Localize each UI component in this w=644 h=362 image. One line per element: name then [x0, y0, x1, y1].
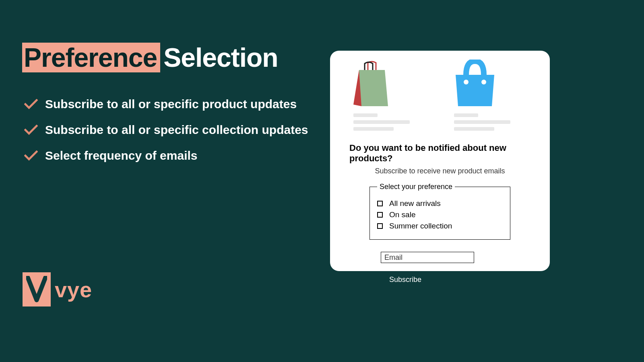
logo-text: vye — [55, 277, 92, 302]
email-placeholder: Email — [384, 253, 402, 262]
checkbox-icon[interactable] — [377, 201, 383, 206]
v-icon — [26, 276, 47, 303]
shopping-bag-icon — [454, 58, 496, 106]
check-icon — [24, 99, 38, 109]
check-icon — [24, 150, 38, 161]
list-item: Select frequency of emails — [24, 149, 308, 162]
bullet-text: Subscribe to all or specific collection … — [45, 123, 308, 137]
option-label: On sale — [389, 210, 415, 219]
skeleton-placeholder — [454, 113, 510, 131]
bullet-text: Subscribe to all or specific product upd… — [45, 97, 297, 111]
preference-fieldset: Select your preference All new arrivals … — [369, 183, 510, 240]
svg-point-1 — [481, 80, 486, 84]
fieldset-legend: Select your preference — [377, 183, 455, 191]
feature-list: Subscribe to all or specific product upd… — [24, 97, 308, 175]
page-title: PreferenceSelection — [22, 42, 278, 73]
title-highlight: Preference — [22, 43, 160, 72]
check-icon — [24, 125, 38, 135]
list-item: Subscribe to all or specific product upd… — [24, 97, 308, 111]
email-field[interactable]: Email — [381, 252, 474, 263]
list-item: Subscribe to all or specific collection … — [24, 123, 308, 137]
option-label: All new arrivals — [389, 199, 441, 208]
checkbox-icon[interactable] — [377, 223, 383, 229]
product-row — [341, 58, 539, 131]
product-item — [353, 58, 410, 131]
skeleton-placeholder — [353, 113, 410, 131]
product-item — [454, 58, 510, 131]
preference-option[interactable]: Summer collection — [377, 222, 503, 230]
brand-logo: vye — [23, 272, 92, 306]
subscribe-button[interactable]: Subscribe — [381, 272, 430, 287]
logo-mark — [23, 272, 51, 306]
subscription-card: Do you want to be notified about new pro… — [330, 51, 550, 271]
svg-point-0 — [464, 80, 469, 84]
form-subheading: Subscribe to receive new product emails — [341, 167, 539, 175]
checkbox-icon[interactable] — [377, 212, 383, 218]
preference-option[interactable]: All new arrivals — [377, 199, 503, 208]
preference-option[interactable]: On sale — [377, 210, 503, 219]
shopping-bag-icon — [353, 58, 390, 106]
bullet-text: Select frequency of emails — [45, 149, 198, 162]
title-rest: Selection — [163, 43, 278, 72]
option-label: Summer collection — [389, 222, 452, 230]
form-heading: Do you want to be notified about new pro… — [341, 143, 539, 164]
subscribe-label: Subscribe — [389, 276, 421, 284]
